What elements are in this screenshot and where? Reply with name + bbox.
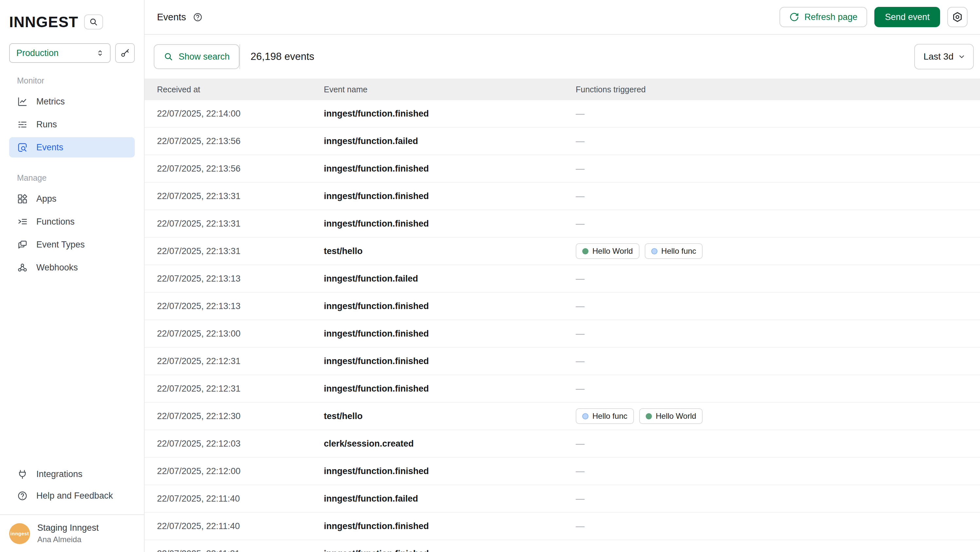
table-row[interactable]: 22/07/2025, 22:13:56 inngest/function.fa… (145, 128, 980, 155)
function-badge[interactable]: Hello func (645, 243, 703, 259)
webhook-icon (17, 262, 28, 273)
no-functions-dash: — (576, 301, 584, 311)
event-name-cell: inngest/function.failed (324, 136, 576, 146)
sidebar-item-metrics[interactable]: Metrics (9, 91, 135, 112)
table-row[interactable]: 22/07/2025, 22:12:31 inngest/function.fi… (145, 348, 980, 375)
account-info: Staging Inngest Ana Almeida (37, 523, 99, 544)
event-name-cell: inngest/function.finished (324, 521, 576, 531)
column-header-functions-triggered: Functions triggered (576, 85, 980, 94)
event-name-cell: inngest/function.finished (324, 219, 576, 229)
received-at-cell: 22/07/2025, 22:11:40 (157, 494, 324, 504)
table-row[interactable]: 22/07/2025, 22:11:40 inngest/function.fi… (145, 513, 980, 540)
sidebar-item-label: Event Types (36, 240, 85, 250)
received-at-cell: 22/07/2025, 22:12:00 (157, 466, 324, 476)
search-icon (164, 52, 173, 62)
apps-grid-icon (17, 193, 28, 204)
event-name-cell: inngest/function.finished (324, 191, 576, 201)
no-functions-dash: — (576, 466, 584, 476)
plug-icon (17, 469, 28, 480)
function-status-dot-blue (582, 413, 589, 420)
function-badge-label: Hello func (592, 412, 627, 421)
table-row[interactable]: 22/07/2025, 22:12:00 inngest/function.fi… (145, 458, 980, 485)
no-functions-dash: — (576, 439, 584, 449)
function-badge-label: Hello func (662, 247, 697, 256)
table-row[interactable]: 22/07/2025, 22:13:13 inngest/function.fa… (145, 265, 980, 293)
sidebar-item-label: Metrics (36, 97, 65, 107)
event-name-cell: inngest/function.finished (324, 164, 576, 174)
sidebar-item-help-feedback[interactable]: Help and Feedback (9, 485, 135, 506)
table-row[interactable]: 22/07/2025, 22:13:56 inngest/function.fi… (145, 155, 980, 183)
sidebar-footer: Integrations Help and Feedback inngest S… (0, 463, 144, 552)
send-event-button[interactable]: Send event (874, 7, 940, 27)
no-functions-dash: — (576, 191, 584, 201)
events-count: 26,198 events (251, 51, 314, 62)
no-functions-dash: — (576, 494, 584, 504)
header-actions: Refresh page Send event (780, 7, 967, 27)
sidebar-section-manage: Manage (17, 173, 144, 183)
received-at-cell: 22/07/2025, 22:12:03 (157, 439, 324, 449)
show-search-button[interactable]: Show search (154, 44, 239, 69)
logo-row: INNGEST (0, 0, 144, 31)
event-name-cell: inngest/function.failed (324, 494, 576, 504)
no-functions-dash: — (576, 521, 584, 531)
sidebar-item-webhooks[interactable]: Webhooks (9, 257, 135, 278)
environment-selector[interactable]: Production (9, 43, 111, 63)
table-row[interactable]: 22/07/2025, 22:12:30 test/hello Hello fu… (145, 403, 980, 430)
inngest-logo: INNGEST (9, 13, 78, 31)
table-row[interactable]: 22/07/2025, 22:12:03 clerk/session.creat… (145, 430, 980, 458)
time-range-selector[interactable]: Last 3d (914, 44, 974, 69)
show-search-label: Show search (178, 52, 230, 62)
received-at-cell: 22/07/2025, 22:13:00 (157, 329, 324, 339)
page-header: Events Refresh page Send event (145, 0, 980, 35)
runs-list-icon (17, 119, 28, 130)
account-menu[interactable]: inngest Staging Inngest Ana Almeida (0, 514, 144, 552)
table-row[interactable]: 22/07/2025, 22:12:31 inngest/function.fi… (145, 375, 980, 403)
chevron-down-icon (958, 53, 966, 61)
global-search-button[interactable] (84, 14, 103, 29)
sidebar-item-functions[interactable]: Functions (9, 212, 135, 232)
event-name-cell: inngest/function.finished (324, 329, 576, 339)
received-at-cell: 22/07/2025, 22:11:40 (157, 521, 324, 531)
no-functions-dash: — (576, 549, 584, 552)
sidebar-item-label: Webhooks (36, 263, 78, 273)
table-row[interactable]: 22/07/2025, 22:13:00 inngest/function.fi… (145, 320, 980, 348)
table-row[interactable]: 22/07/2025, 22:13:31 inngest/function.fi… (145, 210, 980, 238)
sidebar-item-apps[interactable]: Apps (9, 188, 135, 209)
no-functions-dash: — (576, 164, 584, 174)
event-name-cell: inngest/function.finished (324, 109, 576, 119)
refresh-page-button[interactable]: Refresh page (780, 7, 867, 27)
sidebar-item-label: Apps (36, 194, 57, 204)
table-row[interactable]: 22/07/2025, 22:11:40 inngest/function.fa… (145, 485, 980, 513)
sidebar-item-events[interactable]: Events (9, 137, 135, 158)
no-functions-dash: — (576, 356, 584, 366)
refresh-icon (789, 12, 799, 22)
table-row[interactable]: 22/07/2025, 22:13:31 test/hello Hello Wo… (145, 238, 980, 265)
received-at-cell: 22/07/2025, 22:13:31 (157, 191, 324, 201)
table-header-row: Received at Event name Functions trigger… (145, 78, 980, 100)
function-badge[interactable]: Hello World (576, 243, 640, 259)
account-user-name: Ana Almeida (37, 535, 99, 544)
table-row[interactable]: 22/07/2025, 22:13:13 inngest/function.fi… (145, 293, 980, 320)
function-badge-label: Hello World (592, 247, 633, 256)
event-name-cell: inngest/function.failed (324, 274, 576, 284)
function-status-dot-green (582, 248, 589, 254)
table-row[interactable]: 22/07/2025, 22:14:00 inngest/function.fi… (145, 100, 980, 128)
received-at-cell: 22/07/2025, 22:13:31 (157, 246, 324, 256)
events-toolbar: Show search 26,198 events Last 3d (145, 35, 980, 78)
received-at-cell: 22/07/2025, 22:12:31 (157, 356, 324, 366)
main-content: Events Refresh page Send event (145, 0, 980, 552)
table-row[interactable]: 22/07/2025, 22:11:31 inngest/function.fi… (145, 540, 980, 552)
event-types-icon (17, 239, 28, 250)
sidebar-item-runs[interactable]: Runs (9, 114, 135, 134)
table-row[interactable]: 22/07/2025, 22:13:31 inngest/function.fi… (145, 183, 980, 210)
event-keys-button[interactable] (115, 43, 135, 63)
account-org-name: Staging Inngest (37, 523, 99, 533)
function-badge[interactable]: Hello func (576, 408, 634, 424)
page-help-icon[interactable] (192, 12, 203, 22)
settings-button[interactable] (947, 7, 967, 27)
page-title: Events (157, 12, 186, 22)
received-at-cell: 22/07/2025, 22:13:13 (157, 301, 324, 311)
sidebar-item-integrations[interactable]: Integrations (9, 464, 135, 484)
function-badge[interactable]: Hello World (639, 408, 703, 424)
sidebar-item-event-types[interactable]: Event Types (9, 235, 135, 255)
